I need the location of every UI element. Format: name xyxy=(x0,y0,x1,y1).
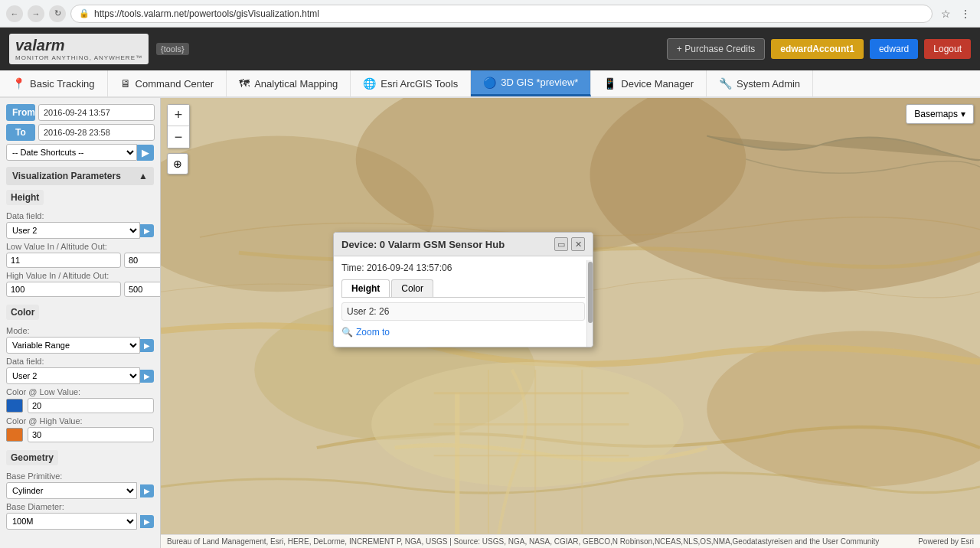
sidebar-item-esri-arcgis[interactable]: 🌐 Esri ArcGIS Tools xyxy=(351,70,471,96)
tools-badge: {tools} xyxy=(156,43,189,55)
zoom-icon: 🔍 xyxy=(341,327,353,338)
user-button[interactable]: edward xyxy=(870,39,918,59)
popup-time: Time: 2016-09-24 13:57:06 xyxy=(341,263,585,273)
sidebar-item-basic-tracking[interactable]: 📍 Basic Tracking xyxy=(0,70,108,96)
zoom-in-button[interactable]: + xyxy=(168,105,189,126)
color-low-input[interactable] xyxy=(28,398,154,413)
base-primitive-btn[interactable]: ▶ xyxy=(140,484,154,497)
base-primitive-select[interactable]: Cylinder xyxy=(6,482,137,499)
base-primitive-row: Cylinder ▶ xyxy=(6,482,154,499)
color-data-field-btn[interactable]: ▶ xyxy=(140,370,154,383)
url-bar[interactable]: 🔒 https://tools.valarm.net/powertools/gi… xyxy=(70,5,933,23)
menu-button[interactable]: ⋮ xyxy=(957,5,974,22)
height-data-field-row: User 2 ▶ xyxy=(6,222,154,239)
3d-icon: 🔵 xyxy=(483,77,496,89)
map-area[interactable]: + − ⊕ Basemaps ▾ Device: 0 Valarm GSM Se… xyxy=(161,98,980,548)
color-data-field-select[interactable]: User 2 xyxy=(6,367,140,384)
to-label: To xyxy=(6,124,35,141)
date-shortcut-row: -- Date Shortcuts -- ▶ xyxy=(6,144,154,161)
height-group: Height Data field: User 2 ▶ Low Value In… xyxy=(6,190,154,297)
viz-params-chevron: ▲ xyxy=(139,171,148,181)
popup-tab-bar: Height Color xyxy=(341,279,585,298)
nav-label-analytical-mapping: Analytical Mapping xyxy=(254,78,338,90)
zoom-out-button[interactable]: − xyxy=(168,126,189,148)
basemaps-label: Basemaps xyxy=(914,109,958,119)
popup-zoom-link[interactable]: 🔍 Zoom to xyxy=(341,324,585,341)
base-primitive-label: Base Primitive: xyxy=(6,471,154,481)
low-value-alt-input[interactable] xyxy=(124,253,161,268)
popup-close-button[interactable]: ✕ xyxy=(571,237,585,251)
compass-icon: ⊕ xyxy=(173,158,182,170)
sidebar: From To -- Date Shortcuts -- ▶ Visualiza… xyxy=(0,98,161,548)
from-date-input[interactable] xyxy=(38,104,155,121)
map-footer: Bureau of Land Management, Esri, HERE, D… xyxy=(161,534,980,548)
sidebar-item-3d-gis[interactable]: 🔵 3D GIS *preview* xyxy=(471,70,591,96)
map-icon: 🗺 xyxy=(239,77,250,90)
high-value-in-input[interactable] xyxy=(6,282,121,297)
base-diameter-btn[interactable]: ▶ xyxy=(140,515,154,528)
popup-body: Time: 2016-09-24 13:57:06 Height Color U… xyxy=(334,256,593,347)
purchase-credits-button[interactable]: + Purchase Credits xyxy=(667,38,765,60)
mode-select[interactable]: Variable Range xyxy=(6,337,140,354)
compass-button[interactable]: ⊕ xyxy=(167,153,188,175)
popup-controls: ▭ ✕ xyxy=(554,237,585,251)
sidebar-item-device-manager[interactable]: 📱 Device Manager xyxy=(591,70,707,96)
popup-minimize-button[interactable]: ▭ xyxy=(554,237,568,251)
height-select-btn[interactable]: ▶ xyxy=(140,224,154,237)
account-button[interactable]: edwardAccount1 xyxy=(771,39,864,59)
pin-icon: 📍 xyxy=(12,77,25,90)
date-shortcut-select[interactable]: -- Date Shortcuts -- xyxy=(6,144,137,161)
from-row: From xyxy=(6,104,154,121)
map-background: + − ⊕ Basemaps ▾ Device: 0 Valarm GSM Se… xyxy=(161,98,980,548)
nav-bar: 📍 Basic Tracking 🖥 Command Center 🗺 Anal… xyxy=(0,70,980,98)
popup-tab-color[interactable]: Color xyxy=(391,279,433,297)
height-data-field-label: Data field: xyxy=(6,211,154,220)
color-group: Color Mode: Variable Range ▶ Data field:… xyxy=(6,305,154,442)
star-button[interactable]: ☆ xyxy=(937,5,954,22)
sidebar-item-system-admin[interactable]: 🔧 System Admin xyxy=(707,70,813,96)
nav-label-esri-arcgis: Esri ArcGIS Tools xyxy=(381,78,458,90)
logo-sub: MONITOR ANYTHING, ANYWHERE™ xyxy=(15,54,142,61)
to-date-input[interactable] xyxy=(38,124,155,141)
nav-label-basic-tracking: Basic Tracking xyxy=(30,78,95,90)
globe-icon: 🌐 xyxy=(363,77,376,90)
logout-button[interactable]: Logout xyxy=(924,39,971,59)
viz-params-header[interactable]: Visualization Parameters ▲ xyxy=(6,167,154,185)
date-shortcut-arrow[interactable]: ▶ xyxy=(137,145,154,161)
from-label: From xyxy=(6,104,35,121)
popup-tab-height[interactable]: Height xyxy=(341,279,390,297)
height-data-field-select[interactable]: User 2 xyxy=(6,222,140,239)
low-value-inputs xyxy=(6,253,154,268)
mode-select-btn[interactable]: ▶ xyxy=(140,339,154,352)
color-high-label: Color @ High Value: xyxy=(6,416,154,426)
monitor-icon: 🖥 xyxy=(120,77,131,90)
back-button[interactable]: ← xyxy=(6,5,23,22)
geometry-section-title: Geometry xyxy=(6,450,58,465)
popup-scrollbar[interactable] xyxy=(586,260,593,347)
to-row: To xyxy=(6,124,154,141)
color-high-input[interactable] xyxy=(28,427,154,442)
color-low-label: Color @ Low Value: xyxy=(6,387,154,396)
low-value-label: Low Value In / Altitude Out: xyxy=(6,242,154,251)
sidebar-item-analytical-mapping[interactable]: 🗺 Analytical Mapping xyxy=(227,70,351,96)
high-value-inputs xyxy=(6,282,154,297)
url-text: https://tools.valarm.net/powertools/gisV… xyxy=(94,8,319,19)
chevron-down-icon: ▾ xyxy=(961,109,965,119)
logo-area: valarm MONITOR ANYTHING, ANYWHERE™ {tool… xyxy=(9,34,189,64)
forward-button[interactable]: → xyxy=(28,5,44,22)
mode-label: Mode: xyxy=(6,326,154,335)
basemaps-button[interactable]: Basemaps ▾ xyxy=(906,104,974,124)
high-value-label: High Value In / Altitude Out: xyxy=(6,271,154,280)
logo-text: valarm xyxy=(15,37,65,54)
color-data-field-label: Data field: xyxy=(6,357,154,366)
sidebar-item-command-center[interactable]: 🖥 Command Center xyxy=(108,70,227,96)
high-value-alt-input[interactable] xyxy=(124,282,161,297)
base-diameter-select[interactable]: 100M xyxy=(6,513,137,530)
map-zoom-controls: + − xyxy=(167,104,190,148)
low-value-in-input[interactable] xyxy=(6,253,121,268)
map-attribution: Bureau of Land Management, Esri, HERE, D… xyxy=(167,537,879,546)
refresh-button[interactable]: ↻ xyxy=(49,5,66,22)
main-layout: From To -- Date Shortcuts -- ▶ Visualiza… xyxy=(0,98,980,548)
color-low-swatch[interactable] xyxy=(6,399,23,413)
color-high-swatch[interactable] xyxy=(6,428,23,442)
